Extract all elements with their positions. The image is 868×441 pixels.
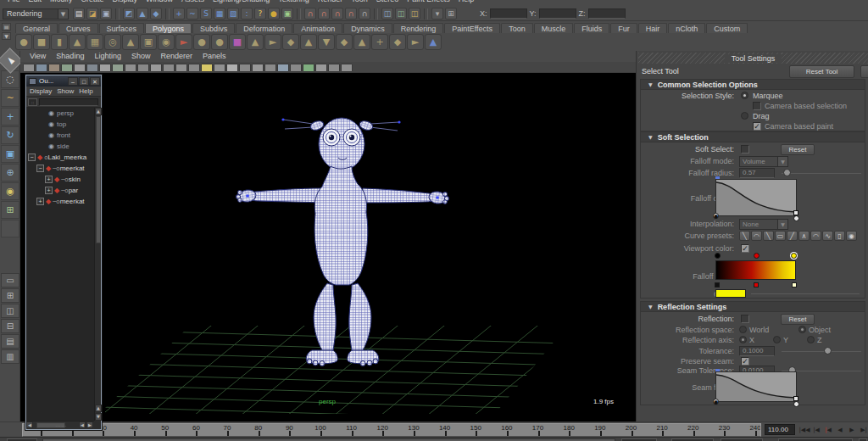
ramp-stop-handle[interactable]	[791, 253, 797, 259]
box-select-icon[interactable]: ▧	[227, 8, 239, 20]
falloff-radius-field[interactable]: 0.57	[739, 168, 775, 178]
close-button[interactable]: ✕	[90, 77, 100, 86]
outliner-search-input[interactable]	[39, 98, 98, 106]
panel-menu-renderer[interactable]: Renderer	[156, 51, 197, 62]
poly-torus-icon[interactable]: ◎	[104, 34, 121, 50]
soft-select-checkbox[interactable]	[741, 145, 749, 154]
curve-preset-button-1[interactable]: ╲	[739, 231, 750, 241]
y-field[interactable]	[539, 8, 576, 19]
render-view-icon[interactable]: ◫	[381, 8, 393, 20]
expand-toggle-icon[interactable]: −	[28, 154, 36, 161]
curve-point-handle[interactable]: ●	[713, 399, 719, 405]
shelf-tab-painteffects[interactable]: PaintEffects	[444, 23, 500, 33]
shelf-tab-animation[interactable]: Animation	[293, 23, 342, 33]
curve-preset-button-7[interactable]: ◠	[810, 231, 821, 241]
ipr-render-icon[interactable]: ◫	[395, 8, 407, 20]
shelf-tab-general[interactable]: General	[15, 23, 58, 33]
help-line-icon[interactable]: ?	[254, 8, 266, 20]
viewport-toolbar-icon[interactable]	[48, 64, 60, 72]
poly-bridge-icon[interactable]: +	[371, 34, 388, 50]
viewport-toolbar-icon[interactable]	[264, 64, 276, 72]
shelf-tab-muscle[interactable]: Muscle	[534, 23, 574, 33]
falloff-radius-slider[interactable]	[782, 173, 861, 174]
save-scene-icon[interactable]: ▣	[100, 8, 112, 20]
color-swatch[interactable]	[715, 289, 746, 298]
menu-modify[interactable]: Modify	[46, 0, 77, 7]
poly-cube-icon[interactable]: ■	[33, 34, 50, 50]
viewport-toolbar-icon[interactable]	[137, 64, 149, 72]
grid-toggle-icon[interactable]: ⊞	[445, 8, 457, 20]
shelf-tab-hair[interactable]: Hair	[638, 23, 668, 33]
color-slider[interactable]	[751, 293, 860, 294]
menu-help[interactable]: Help	[454, 0, 479, 7]
menu-lighting-shading[interactable]: Lighting/Shading	[209, 0, 274, 7]
poly-pyramid-icon[interactable]: ▲	[122, 34, 139, 50]
poly-paint-icon[interactable]: ▲	[425, 34, 442, 50]
marquee-label[interactable]: Marquee	[753, 91, 783, 101]
viewport-toolbar-icon[interactable]	[328, 64, 340, 72]
outliner-menu-help[interactable]: Help	[79, 87, 92, 96]
ramp-interp-handle[interactable]	[792, 282, 797, 287]
make-live-icon[interactable]: ∩	[359, 8, 370, 20]
render-settings-icon[interactable]: ◫	[409, 8, 420, 20]
falloff-color-ramp[interactable]	[715, 260, 796, 280]
outliner-item-meerkat[interactable]: −◆─o meerkat	[26, 163, 94, 174]
shelf-tab-surfaces[interactable]: Surfaces	[99, 23, 145, 33]
layout-single-pane-icon[interactable]: ▭	[1, 273, 19, 287]
outliner-item-top[interactable]: ◉top	[26, 119, 94, 130]
viewport-toolbar-icon[interactable]	[99, 64, 111, 72]
tool-help-button[interactable]	[860, 65, 868, 78]
layout-three-pane-icon[interactable]: ▤	[1, 334, 19, 349]
outliner-vertical-scrollbar[interactable]: ▲ ▲ ▼	[94, 108, 101, 421]
snap-to-curve-icon[interactable]: ∩	[318, 8, 330, 20]
menu-set-dropdown[interactable]: Rendering ▼	[3, 8, 69, 20]
reflection-checkbox[interactable]	[741, 315, 749, 323]
panel-menu-panels[interactable]: Panels	[198, 51, 231, 62]
shelf-tab-polygons[interactable]: Polygons	[145, 23, 192, 33]
scroll-down-icon[interactable]: ▼	[95, 413, 102, 421]
seam-falloff-curve-widget[interactable]: ●	[715, 371, 797, 402]
show-manipulator-icon[interactable]: ⊞	[1, 201, 19, 219]
soft-modification-icon[interactable]: ◉	[1, 182, 19, 200]
open-scene-icon[interactable]: ◪	[86, 8, 98, 20]
last-tool-icon[interactable]	[1, 220, 19, 237]
viewport-toolbar-icon[interactable]	[175, 64, 187, 72]
viewport-toolbar-icon[interactable]	[303, 64, 314, 72]
poly-helix-icon[interactable]: ◉	[158, 34, 175, 50]
play-forwards-button[interactable]: ▶	[846, 423, 858, 436]
outliner-item-meerkat[interactable]: +◆─o meerkat	[26, 196, 94, 207]
menu-render[interactable]: Render	[314, 0, 348, 7]
layout-four-pane-icon[interactable]: ⊞	[1, 288, 19, 303]
poly-merge-icon[interactable]: ◆	[336, 34, 353, 50]
universal-manipulator-icon[interactable]: ⊕	[1, 164, 19, 181]
drag-label[interactable]: Drag	[753, 111, 770, 121]
menu-assets[interactable]: Assets	[177, 0, 209, 7]
filter-icon[interactable]: ::	[28, 98, 37, 106]
outliner-menu-display[interactable]: Display	[30, 87, 52, 96]
poly-bevel-icon[interactable]: ▲	[353, 34, 370, 50]
outliner-menu-show[interactable]: Show	[57, 87, 74, 96]
go-to-end-button[interactable]: ▶|	[858, 423, 868, 436]
menu-texturing[interactable]: Texturing	[274, 0, 314, 7]
panel-menu-show[interactable]: Show	[127, 51, 155, 62]
poly-extrude-icon[interactable]: ►	[264, 34, 281, 50]
select-object-icon[interactable]: ▲	[136, 8, 148, 20]
shelf-tab-curves[interactable]: Curves	[58, 23, 98, 33]
poly-smooth-icon[interactable]: ▲	[247, 34, 264, 50]
menu-stereo[interactable]: Stereo	[372, 0, 403, 7]
x-field[interactable]	[490, 8, 527, 19]
current-time-field[interactable]: 110.00	[765, 424, 795, 435]
panel-menu-shading[interactable]: Shading	[52, 51, 88, 62]
falloff-mode-dropdown[interactable]: Volume ▼	[739, 156, 788, 167]
curve-preset-button-10[interactable]: ◉	[846, 231, 857, 241]
ramp-stop-handle[interactable]	[715, 253, 721, 259]
poly-combine-icon[interactable]: ◆	[282, 34, 299, 50]
outliner-horizontal-scrollbar[interactable]: ◀ ◀ ▶ ⋯⋯	[26, 421, 94, 429]
select-hierarchy-icon[interactable]: ◩	[123, 8, 135, 20]
outliner-item-persp[interactable]: ◉persp	[26, 108, 94, 119]
menu-create[interactable]: Create	[77, 0, 108, 7]
outliner-item-front[interactable]: ◉front	[26, 130, 94, 141]
outliner-item-skin[interactable]: +◆─o skin	[26, 174, 94, 185]
poly-plane-icon[interactable]: ▦	[86, 34, 103, 50]
viewport-toolbar-icon[interactable]	[86, 64, 98, 72]
